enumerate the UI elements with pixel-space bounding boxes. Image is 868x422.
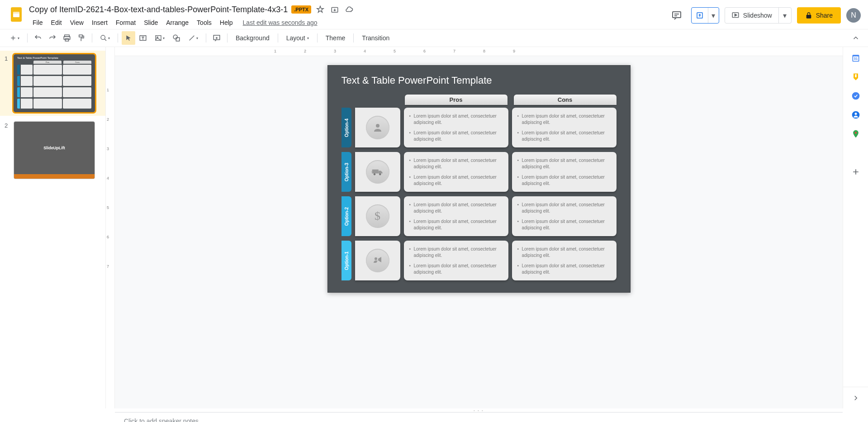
icon-box[interactable] [355,241,400,280]
separator [118,33,118,43]
separator [92,33,92,43]
side-panel-collapse[interactable] [843,387,868,408]
slide-canvas[interactable]: Text & Table PowerPoint Template Pros Co… [327,65,631,293]
svg-point-30 [854,132,856,133]
speaker-notes[interactable]: Click to add speaker notes [115,412,843,422]
transition-button[interactable]: Transition [357,31,394,45]
menu-insert[interactable]: Insert [88,17,111,28]
background-button[interactable]: Background [231,31,274,45]
pros-cell[interactable]: Lorem ipsum dolor sit amet, consectetuer… [404,152,508,192]
tasks-icon[interactable] [851,91,860,100]
svg-point-21 [379,173,381,175]
mini-header-cons: Cons [63,61,91,64]
image-button[interactable] [151,31,169,45]
zoom-button[interactable] [96,31,114,45]
select-tool[interactable] [122,31,135,45]
pros-cell[interactable]: Lorem ipsum dolor sit amet, consectetuer… [404,196,508,236]
paint-format-button[interactable] [75,31,88,45]
notes-placeholder: Click to add speaker notes [124,417,199,422]
move-icon[interactable] [329,4,340,15]
pros-cell[interactable]: Lorem ipsum dolor sit amet, consectetuer… [404,241,508,280]
menu-help[interactable]: Help [216,17,237,28]
last-edit[interactable]: Last edit was seconds ago [243,19,318,26]
thumb-number: 2 [5,121,14,179]
contacts-icon[interactable] [851,110,860,119]
theme-button[interactable]: Theme [321,31,350,45]
dollar-icon: $ [366,204,389,228]
header-pros[interactable]: Pros [405,95,508,105]
present-dropdown[interactable]: ▾ [708,8,719,23]
menu-file[interactable]: File [29,17,47,28]
menu-slide[interactable]: Slide [140,17,161,28]
account-avatar[interactable]: N [846,8,861,23]
svg-rect-19 [372,170,378,174]
collapse-toolbar-button[interactable] [849,31,863,45]
cloud-icon[interactable] [344,4,355,15]
thumb-row: 1 Text & Table PowerPoint Template Pros … [0,51,105,116]
slide-thumbnail-1[interactable]: Text & Table PowerPoint Template Pros Co… [14,54,95,112]
option-row-2: Option-2 $ Lorem ipsum dolor sit amet, c… [342,196,617,236]
option-row-4: Option-4 Lorem ipsum dolor sit amet, con… [342,108,617,147]
filmstrip[interactable]: 1 Text & Table PowerPoint Template Pros … [0,47,106,408]
shape-button[interactable] [170,31,183,45]
slides-logo[interactable] [7,5,25,24]
title-bar: Copy of ItemID-2621-4-Box-text-and-table… [0,0,868,29]
menu-arrange[interactable]: Arrange [162,17,192,28]
horizontal-ruler[interactable]: 1 2 3 4 5 6 7 8 9 [115,47,843,56]
star-icon[interactable] [315,4,326,15]
cons-cell[interactable]: Lorem ipsum dolor sit amet, consectetuer… [512,196,617,236]
doc-name[interactable]: Copy of ItemID-2621-4-Box-text-and-table… [29,5,288,14]
megaphone-icon [366,249,389,272]
option-row-3: Option-3 Lorem ipsum dolor sit amet, con… [342,152,617,192]
pros-cell[interactable]: Lorem ipsum dolor sit amet, consectetuer… [404,108,508,147]
svg-rect-10 [79,35,83,37]
option-label[interactable]: Option-3 [342,152,351,192]
slide-title[interactable]: Text & Table PowerPoint Template [342,75,617,86]
comment-button[interactable] [210,31,223,45]
header-cons[interactable]: Cons [514,95,617,105]
menu-format[interactable]: Format [112,17,139,28]
print-button[interactable] [60,31,74,45]
notes-resize-handle[interactable]: • • • [115,408,843,412]
slideshow-container: Slideshow ▾ [725,7,792,24]
line-button[interactable] [184,31,202,45]
maps-icon[interactable] [851,129,860,138]
separator [353,33,354,43]
option-label[interactable]: Option-4 [342,108,351,147]
slide-scroll[interactable]: Text & Table PowerPoint Template Pros Co… [115,56,843,408]
keep-icon[interactable] [851,72,860,81]
new-slide-button[interactable] [5,31,24,45]
option-label[interactable]: Option-1 [342,241,351,280]
truck-icon [366,160,389,184]
icon-box[interactable]: $ [355,196,400,236]
menu-view[interactable]: View [66,17,87,28]
calendar-icon[interactable]: 31 [851,53,860,62]
option-label[interactable]: Option-2 [342,196,351,236]
present-up-button[interactable] [692,11,708,19]
menu-tools[interactable]: Tools [193,17,215,28]
icon-box[interactable] [355,108,400,147]
icon-box[interactable] [355,152,400,192]
comments-icon[interactable] [668,6,686,24]
main-area: 1 Text & Table PowerPoint Template Pros … [0,47,868,408]
separator [227,33,228,43]
pptx-badge: .PPTX [291,5,311,14]
svg-point-11 [101,35,105,39]
vertical-ruler[interactable]: 1 2 3 4 5 6 7 [106,47,115,408]
menu-edit[interactable]: Edit [47,17,66,28]
addons-icon[interactable] [851,167,860,176]
canvas-area: 1 2 3 4 5 6 7 1 2 3 4 5 6 7 8 9 Text & T… [106,47,843,408]
slideshow-dropdown[interactable]: ▾ [778,8,791,23]
redo-button[interactable] [46,31,59,45]
cons-cell[interactable]: Lorem ipsum dolor sit amet, consectetuer… [512,241,617,280]
layout-button[interactable]: Layout [282,31,313,45]
slideshow-button[interactable]: Slideshow [725,8,778,23]
slide-thumbnail-2[interactable]: SlideUpLift [14,121,95,179]
textbox-button[interactable] [136,31,150,45]
svg-point-27 [852,92,859,100]
cons-cell[interactable]: Lorem ipsum dolor sit amet, consectetuer… [512,152,617,192]
undo-button[interactable] [31,31,45,45]
toolbar: Background Layout Theme Transition [0,29,868,47]
share-button[interactable]: Share [797,7,841,24]
cons-cell[interactable]: Lorem ipsum dolor sit amet, consectetuer… [512,108,617,147]
